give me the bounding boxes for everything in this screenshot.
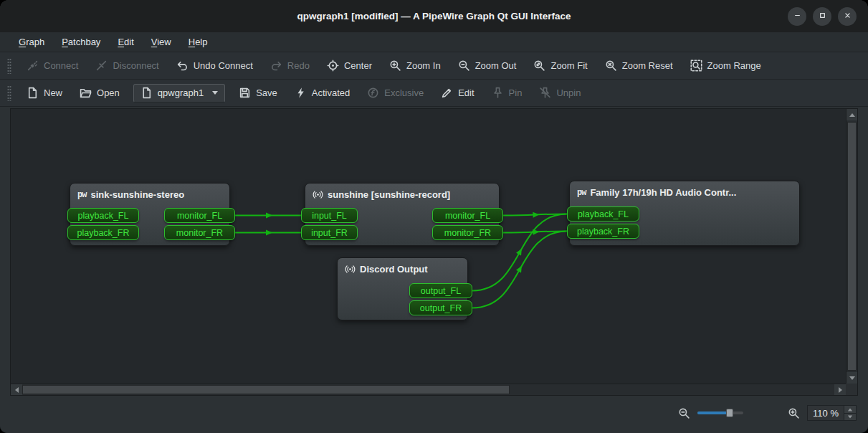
toolbar-button-label: Open	[97, 87, 120, 98]
file-icon	[140, 87, 153, 99]
wire-layer	[11, 109, 846, 384]
center-icon	[327, 60, 339, 72]
toolbar-button-zoom-in[interactable]: Zoom In	[381, 55, 449, 76]
scroll-down-button[interactable]	[846, 372, 857, 384]
window-minimize-icon	[793, 10, 802, 23]
toolbar-button-redo: Redo	[262, 55, 318, 76]
toolbar-button-zoom-range[interactable]: Zoom Range	[682, 55, 769, 76]
toolbar-drag-handle[interactable]	[7, 85, 11, 101]
port-sunshine-input_FL[interactable]: input_FL	[301, 208, 358, 223]
zoom-spinbox[interactable]: 110 %	[807, 405, 857, 421]
node-title: Discord Output	[360, 264, 428, 275]
wire-arrow-icon	[533, 212, 539, 218]
edit-pencil-icon	[441, 87, 453, 99]
port-family-playback_FR[interactable]: playback_FR	[567, 224, 639, 239]
toolbar-button-label: Edit	[458, 87, 474, 98]
horizontal-scrollbar-track[interactable]	[22, 384, 834, 395]
undo-icon	[176, 60, 189, 72]
toolbar-button-zoom-out[interactable]: Zoom Out	[450, 55, 525, 76]
toolbar-button-label: Zoom Reset	[622, 60, 673, 71]
port-sink-sunshine-stereo-monitor_FL[interactable]: monitor_FL	[164, 208, 235, 223]
zoom-out-status-icon[interactable]	[678, 407, 690, 419]
toolbar-button-center[interactable]: Center	[319, 55, 380, 76]
toolbar-button-save[interactable]: Save	[231, 82, 285, 103]
redo-icon	[270, 60, 282, 72]
port-family-playback_FL[interactable]: playback_FL	[567, 206, 639, 222]
node-title: sink-sunshine-stereo	[90, 189, 184, 200]
window-maximize-icon	[818, 10, 827, 23]
port-sink-sunshine-stereo-playback_FL[interactable]: playback_FL	[67, 208, 139, 223]
scroll-left-button[interactable]	[11, 384, 22, 395]
statusbar: 110 %	[0, 400, 868, 433]
horizontal-scrollbar[interactable]	[11, 384, 846, 395]
wire-sunshine.monitor_FL-to-family.playback_FL[interactable]	[503, 214, 567, 216]
toolbar-button-label: Undo Connect	[194, 60, 253, 71]
window-close-icon	[843, 10, 852, 23]
port-sunshine-input_FR[interactable]: input_FR	[301, 225, 358, 240]
zoom-slider-handle[interactable]	[726, 409, 733, 417]
port-sunshine-monitor_FL[interactable]: monitor_FL	[432, 208, 503, 223]
minimize-button[interactable]	[788, 7, 806, 26]
horizontal-scrollbar-thumb[interactable]	[22, 385, 510, 394]
window-titlebar[interactable]: qpwgraph1 [modified] — A PipeWire Graph …	[0, 0, 868, 32]
toolbar-drag-handle[interactable]	[7, 58, 11, 74]
menu-edit[interactable]: Edit	[109, 34, 142, 50]
arrow-left-icon	[15, 387, 19, 393]
toolbar-button-zoom-fit[interactable]: Zoom Fit	[525, 55, 595, 76]
window-controls	[788, 7, 857, 26]
arrow-right-icon	[839, 387, 842, 393]
toolbar-button-zoom-reset[interactable]: Zoom Reset	[597, 55, 681, 76]
port-sink-sunshine-stereo-playback_FR[interactable]: playback_FR	[67, 225, 139, 240]
menu-graph[interactable]: Graph	[10, 34, 53, 50]
port-discord-output_FL[interactable]: output_FL	[409, 283, 472, 298]
toolbar-button-activated[interactable]: Activated	[287, 82, 358, 103]
graph-canvas[interactable]: pwsink-sunshine-stereoplayback_FLplaybac…	[11, 109, 846, 384]
vertical-scrollbar-thumb[interactable]	[847, 122, 857, 371]
scroll-right-button[interactable]	[834, 384, 846, 395]
close-button[interactable]	[838, 7, 857, 26]
menu-patchbay[interactable]: Patchbay	[53, 34, 109, 50]
wire-arrow-icon	[516, 249, 522, 256]
toolbar-button-label: Connect	[44, 60, 78, 71]
arrow-down-icon	[848, 416, 852, 419]
toolbar-button-open[interactable]: Open	[72, 82, 128, 103]
wire-arrow-icon	[266, 213, 272, 219]
patchbay-file-combo[interactable]: qpwgraph1	[133, 84, 225, 103]
port-discord-output_FR[interactable]: output_FR	[409, 300, 472, 315]
toolbar-button-label: Save	[256, 87, 277, 98]
combo-value: qpwgraph1	[158, 87, 204, 98]
zoom-slider[interactable]	[697, 408, 743, 418]
port-sink-sunshine-stereo-monitor_FR[interactable]: monitor_FR	[164, 225, 235, 240]
zoom-in-status-icon[interactable]	[788, 407, 800, 419]
scrollbar-corner	[846, 384, 857, 395]
zoom-spin-down-button[interactable]	[844, 413, 856, 420]
port-sunshine-monitor_FR[interactable]: monitor_FR	[432, 225, 503, 240]
vertical-scrollbar[interactable]	[846, 109, 857, 384]
maximize-button[interactable]	[813, 7, 831, 26]
wire-arrow-icon	[266, 230, 272, 236]
toolbar-button-connect: Connect	[19, 55, 86, 76]
central-area: pwsink-sunshine-stereoplayback_FLplaybac…	[0, 107, 868, 400]
toolbar-button-disconnect: Disconnect	[87, 55, 166, 76]
toolbar-button-undo-connect[interactable]: Undo Connect	[168, 55, 261, 76]
toolbar-button-label: Disconnect	[113, 60, 158, 71]
toolbar-button-label: Zoom In	[406, 60, 441, 71]
wire-sunshine.monitor_FR-to-family.playback_FR[interactable]	[503, 232, 567, 233]
menu-view[interactable]: View	[143, 34, 180, 50]
menu-help[interactable]: Help	[180, 34, 216, 50]
zoom-slider-track[interactable]	[697, 411, 743, 414]
toolbar-button-new[interactable]: New	[19, 82, 70, 103]
toolbar-button-edit[interactable]: Edit	[433, 82, 482, 103]
canvas-frame: pwsink-sunshine-stereoplayback_FLplaybac…	[10, 108, 858, 396]
zoom-spin-up-button[interactable]	[844, 406, 856, 413]
arrow-up-icon	[848, 408, 852, 411]
pipewire-icon: pw	[77, 190, 86, 200]
zoom-range-icon	[690, 60, 702, 72]
vertical-scrollbar-track[interactable]	[846, 120, 857, 372]
activated-bolt-icon	[295, 87, 307, 99]
pin-icon	[492, 87, 504, 99]
toolbar-button-label: Pin	[509, 87, 523, 98]
scroll-up-button[interactable]	[846, 109, 857, 120]
open-folder-icon	[80, 87, 92, 99]
connect-icon	[27, 60, 39, 72]
